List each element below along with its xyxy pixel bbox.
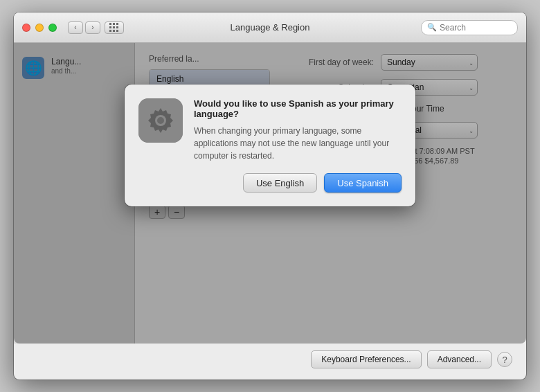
search-icon: 🔍 [427, 23, 437, 32]
use-spanish-button[interactable]: Use Spanish [324, 173, 402, 193]
titlebar: ‹ › Language & Region 🔍 [14, 12, 526, 43]
help-button[interactable]: ? [497, 352, 512, 367]
modal-body-text: When changing your primary language, som… [194, 125, 402, 162]
main-content: 🌐 Langu... and th... Preferred la... Eng… [14, 43, 526, 344]
modal-text: Would you like to use Spanish as your pr… [194, 98, 402, 162]
modal-body: Would you like to use Spanish as your pr… [138, 98, 402, 162]
use-english-button[interactable]: Use English [243, 173, 317, 193]
modal-overlay: Would you like to use Spanish as your pr… [14, 43, 526, 344]
grid-icon [109, 23, 119, 33]
search-box[interactable]: 🔍 [421, 20, 518, 35]
back-button[interactable]: ‹ [68, 21, 83, 34]
advanced-button[interactable]: Advanced... [427, 350, 492, 368]
keyboard-preferences-button[interactable]: Keyboard Preferences... [311, 350, 421, 368]
modal-icon [138, 98, 183, 143]
close-button[interactable] [22, 24, 30, 32]
modal-title: Would you like to use Spanish as your pr… [194, 98, 402, 119]
search-input[interactable] [440, 23, 512, 33]
modal-dialog: Would you like to use Spanish as your pr… [125, 84, 415, 206]
modal-buttons: Use English Use Spanish [138, 173, 402, 193]
gear-icon [138, 98, 183, 143]
window-title: Language & Region [231, 22, 310, 33]
forward-button[interactable]: › [85, 21, 100, 34]
svg-point-2 [157, 117, 164, 124]
traffic-lights [22, 24, 57, 32]
minimize-button[interactable] [35, 24, 44, 32]
main-window: ‹ › Language & Region 🔍 🌐 Langu... [14, 12, 526, 380]
bottom-bar: Keyboard Preferences... Advanced... ? [14, 344, 526, 380]
nav-buttons: ‹ › [68, 21, 100, 34]
grid-view-button[interactable] [105, 21, 124, 34]
maximize-button[interactable] [48, 24, 57, 32]
